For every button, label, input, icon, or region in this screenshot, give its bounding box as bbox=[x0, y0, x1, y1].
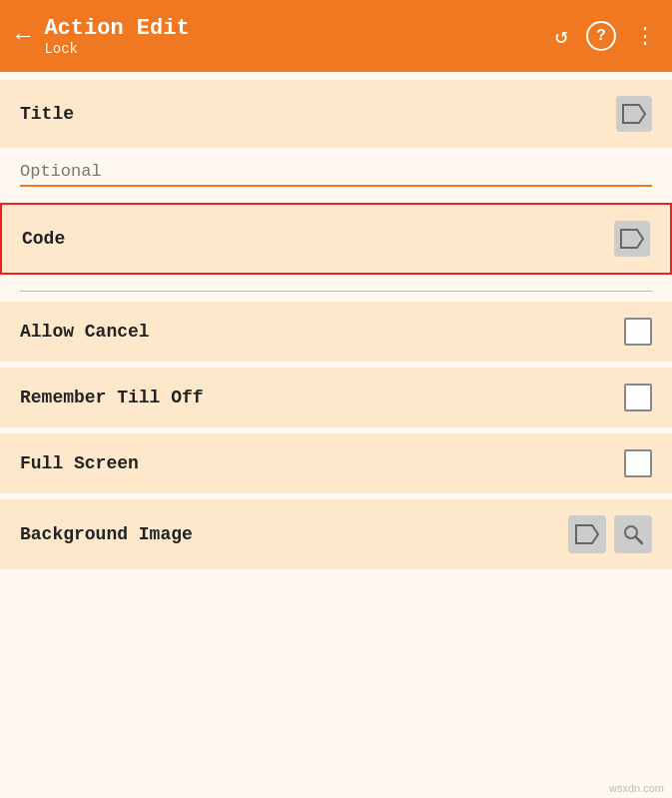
code-tag-icon bbox=[619, 228, 645, 250]
code-tag-button[interactable] bbox=[614, 221, 650, 257]
full-screen-label: Full Screen bbox=[20, 453, 139, 473]
bg-tag-icon bbox=[574, 523, 600, 545]
title-input[interactable] bbox=[20, 158, 652, 187]
code-label: Code bbox=[22, 229, 65, 249]
background-image-buttons bbox=[568, 515, 652, 553]
remember-till-off-label: Remember Till Off bbox=[20, 388, 204, 407]
search-icon bbox=[622, 523, 644, 545]
section-divider bbox=[20, 291, 652, 292]
page-subtitle: Lock bbox=[44, 41, 554, 57]
optional-input-row bbox=[0, 154, 672, 199]
allow-cancel-row: Allow Cancel bbox=[0, 302, 672, 362]
allow-cancel-checkbox[interactable] bbox=[624, 318, 652, 346]
full-screen-row: Full Screen bbox=[0, 433, 672, 493]
background-tag-button[interactable] bbox=[568, 515, 606, 553]
remember-till-off-row: Remember Till Off bbox=[0, 368, 672, 427]
watermark: wsxdn.com bbox=[609, 782, 664, 794]
background-image-label: Background Image bbox=[20, 524, 193, 544]
allow-cancel-label: Allow Cancel bbox=[20, 322, 150, 342]
title-row: Title bbox=[0, 80, 672, 148]
more-options-icon[interactable]: ⋮ bbox=[634, 23, 656, 50]
full-screen-checkbox[interactable] bbox=[624, 449, 652, 477]
page-title: Action Edit bbox=[44, 16, 554, 41]
app-header: ← Action Edit Lock ↺ ? ⋮ bbox=[0, 0, 672, 72]
code-row: Code bbox=[0, 203, 672, 275]
tag-icon bbox=[621, 103, 647, 125]
header-icons: ↺ ? ⋮ bbox=[555, 21, 656, 51]
header-title-block: Action Edit Lock bbox=[44, 16, 554, 57]
remember-till-off-checkbox[interactable] bbox=[624, 384, 652, 411]
background-search-button[interactable] bbox=[614, 515, 652, 553]
background-image-row: Background Image bbox=[0, 499, 672, 569]
back-button[interactable]: ← bbox=[16, 23, 30, 50]
title-label: Title bbox=[20, 104, 74, 124]
reset-icon[interactable]: ↺ bbox=[555, 23, 568, 50]
svg-line-1 bbox=[636, 537, 643, 544]
title-tag-button[interactable] bbox=[616, 96, 652, 132]
main-content: Title Code Allow Cancel Remember Till Of… bbox=[0, 80, 672, 569]
help-icon[interactable]: ? bbox=[586, 21, 616, 51]
